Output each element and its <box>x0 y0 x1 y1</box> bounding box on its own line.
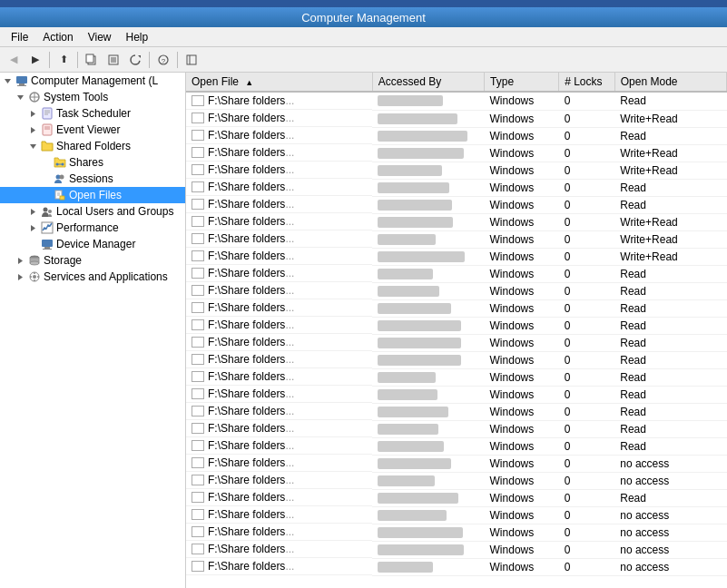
col-open-file[interactable]: Open File ▲ <box>186 73 372 92</box>
tree-expand-local-users[interactable] <box>25 204 40 219</box>
tree-item-sessions[interactable]: Sessions <box>0 171 185 187</box>
cell-locks: 0 <box>559 110 615 127</box>
table-row[interactable]: F:\Share folders ...c••••••••••Windows0n… <box>186 472 727 489</box>
blurred-username: n•••••••••• <box>378 200 451 211</box>
file-icon <box>192 250 204 261</box>
table-row[interactable]: F:\Share folders ...c••••••••••Windows0R… <box>186 127 727 144</box>
tree-expand-performance[interactable] <box>25 220 40 235</box>
blurred-username: c•••••••••• <box>378 131 467 142</box>
col-type[interactable]: Type <box>485 73 559 92</box>
table-row[interactable]: F:\Share folders ...c••••••••••Windows0n… <box>186 524 727 541</box>
table-row[interactable]: F:\Share folders ...c••••••••••Windows0n… <box>186 506 727 524</box>
blurred-username: c•••••••••• <box>378 113 457 124</box>
table-row[interactable]: F:\Share folders ...a••••••••••Windows0R… <box>186 403 727 420</box>
cell-open-file: F:\Share folders ... <box>186 179 372 196</box>
col-accessed-by[interactable]: Accessed By <box>372 73 484 92</box>
blurred-username: a•••••••••• <box>378 407 447 417</box>
cell-locks: 0 <box>559 541 615 558</box>
table-row[interactable]: F:\Share folders ...D••••••••••Windows0R… <box>186 334 727 351</box>
tree-item-root[interactable]: Computer Management (L <box>0 73 185 89</box>
tree-item-system-tools[interactable]: System Tools <box>0 89 185 105</box>
tree-expand-services[interactable] <box>13 270 27 284</box>
cell-open-file: F:\Share folders ... <box>186 196 372 213</box>
table-row[interactable]: F:\Share folders ...c••••••••••Windows0R… <box>186 317 727 334</box>
cell-open-file: F:\Share folders ... <box>186 368 372 386</box>
file-icon <box>192 285 204 296</box>
menu-file[interactable]: File <box>4 29 35 45</box>
copy-button[interactable] <box>82 50 102 70</box>
cell-accessed-by: n•••••••••• <box>372 179 484 196</box>
table-row[interactable]: F:\Share folders ...n••••••••••Windows0W… <box>186 248 727 265</box>
table-row[interactable]: F:\Share folders ...c••••••••••Windows0R… <box>186 437 727 455</box>
tree-expand-storage[interactable] <box>13 253 27 268</box>
table-row[interactable]: F:\Share folders ...n••••••••••Windows0R… <box>186 179 727 196</box>
table-row[interactable]: F:\Share folders ...a••••••••••Windows0n… <box>186 558 727 575</box>
menu-help[interactable]: Help <box>119 29 156 45</box>
svg-marker-45 <box>18 258 23 264</box>
tree-label-services: Services and Applications <box>44 270 168 283</box>
table-row[interactable]: F:\Share folders ...i••••••••••Windows0R… <box>186 368 727 386</box>
blurred-username: c•••••••••• <box>378 355 461 366</box>
table-row[interactable]: F:\Share folders ...c••••••••Windows0Rea… <box>186 489 727 506</box>
up-button[interactable]: ⬆ <box>54 50 74 70</box>
tree-expand-shared-folders[interactable] <box>25 139 40 153</box>
properties-button[interactable] <box>103 50 123 70</box>
tree-item-shared-folders[interactable]: Shared Folders <box>0 138 185 154</box>
help-button[interactable]: ? <box>153 50 173 70</box>
tree-item-device-manager[interactable]: Device Manager <box>0 236 185 252</box>
file-ellipsis: ... <box>285 112 294 124</box>
refresh-button[interactable] <box>125 50 145 70</box>
file-ellipsis: ... <box>285 456 294 469</box>
tree-item-shares[interactable]: Shares <box>0 154 185 171</box>
cell-open-file: F:\Share folders ... <box>186 248 372 265</box>
table-row[interactable]: F:\Share folders ...a••••••••••Windows0n… <box>186 541 727 558</box>
col-locks[interactable]: # Locks <box>559 73 615 92</box>
cell-accessed-by: S•••••••••• <box>372 265 484 282</box>
table-row[interactable]: F:\Share folders ...n••••••••••Windows0W… <box>186 213 727 230</box>
menu-action[interactable]: Action <box>35 29 80 45</box>
table-row[interactable]: F:\Share folders ...c••••••••••Windows0W… <box>186 162 727 179</box>
tree-item-local-users[interactable]: Local Users and Groups <box>0 203 185 220</box>
tree-panel[interactable]: Computer Management (LSystem ToolsTask S… <box>0 73 186 588</box>
table-row[interactable]: F:\Share folders ...c••••••••••Windows0R… <box>186 282 727 299</box>
table-scroll[interactable]: Open File ▲ Accessed By Type # Locks Ope… <box>186 73 727 588</box>
col-open-mode[interactable]: Open Mode <box>614 73 726 92</box>
file-ellipsis: ... <box>285 560 294 573</box>
cell-open-mode: Write+Read <box>614 110 726 127</box>
back-button[interactable]: ◀ <box>4 50 24 70</box>
tree-expand-event-viewer[interactable] <box>25 122 40 137</box>
table-row[interactable]: F:\Share folders ...c••••••••••Windows0R… <box>186 351 727 368</box>
tree-item-open-files[interactable]: Open Files <box>0 187 185 203</box>
tree-label-task-scheduler: Task Scheduler <box>56 107 131 120</box>
tree-expand-root[interactable] <box>0 74 15 88</box>
tree-icon-task-scheduler <box>40 106 54 121</box>
blurred-username: S•••••••••• <box>378 269 432 279</box>
cell-type: Windows <box>485 403 559 420</box>
file-ellipsis: ... <box>285 198 294 211</box>
tree-expand-task-scheduler[interactable] <box>25 106 40 121</box>
table-row[interactable]: F:\Share folders ...n••••••••••Windows0R… <box>186 196 727 213</box>
table-row[interactable]: F:\Share folders ...n••••••••••Windows0W… <box>186 230 727 248</box>
tree-item-services[interactable]: Services and Applications <box>0 269 185 285</box>
table-row[interactable]: F:\Share folders ...c••••••••••Windows0R… <box>186 92 727 110</box>
cell-accessed-by: n•••••••••• <box>372 230 484 248</box>
export-button[interactable] <box>182 50 201 70</box>
table-row[interactable]: F:\Share folders ...c••••••••••Windows0W… <box>186 144 727 162</box>
menu-view[interactable]: View <box>81 29 119 45</box>
tree-item-event-viewer[interactable]: Event Viewer <box>0 122 185 138</box>
tree-item-performance[interactable]: Performance <box>0 220 185 236</box>
tree-item-task-scheduler[interactable]: Task Scheduler <box>0 105 185 122</box>
tree-item-storage[interactable]: Storage <box>0 252 185 269</box>
table-row[interactable]: F:\Share folders ...S••••••••••Windows0R… <box>186 265 727 282</box>
forward-button[interactable]: ▶ <box>25 50 45 70</box>
cell-open-file: F:\Share folders ... <box>186 437 372 455</box>
table-row[interactable]: F:\Share folders ...c••••••••••Windows0W… <box>186 110 727 127</box>
tree-label-root: Computer Management (L <box>31 74 158 87</box>
table-row[interactable]: F:\Share folders ...c••••••••••Windows0R… <box>186 299 727 317</box>
table-row[interactable]: F:\Share folders ...D••••••••••Windows0n… <box>186 455 727 472</box>
file-ellipsis: ... <box>285 491 294 504</box>
tree-expand-system-tools[interactable] <box>13 90 27 104</box>
toolbar-sep-2 <box>77 52 78 68</box>
table-row[interactable]: F:\Share folders ...n••••••••••Windows0R… <box>186 386 727 403</box>
table-row[interactable]: F:\Share folders ...c••••••••Windows0Rea… <box>186 420 727 437</box>
